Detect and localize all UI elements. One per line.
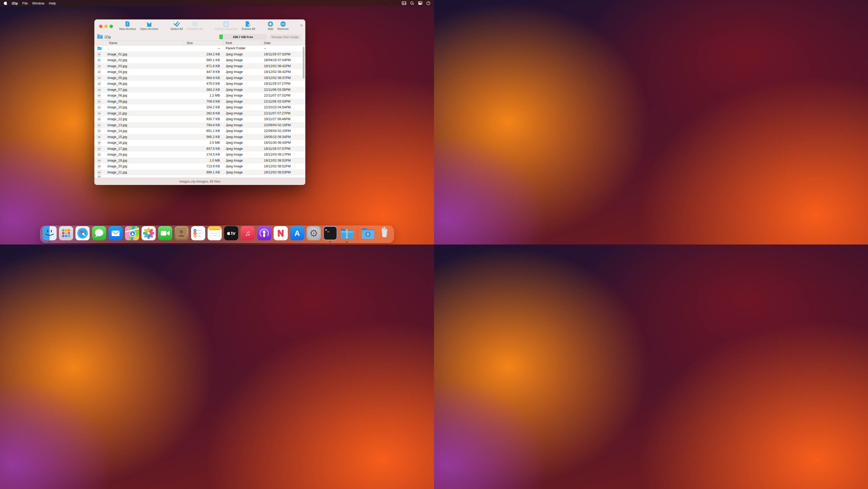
cell-date: 22/11/07 07:27PM [261, 112, 305, 115]
cell-date: 19/12/02 08:37PM [261, 76, 305, 80]
jpeg-file-icon [97, 76, 102, 80]
column-header-size[interactable]: Size [184, 41, 223, 45]
dock-contacts-icon[interactable] [175, 226, 189, 240]
cell-size: 565.2 KB [184, 135, 223, 139]
dock-launchpad-icon[interactable] [59, 226, 73, 240]
file-name: .. [102, 47, 109, 50]
apple-menu-icon[interactable] [4, 1, 7, 5]
clock-icon[interactable] [426, 1, 430, 5]
table-row[interactable]: image_12.jpg 930.7 KB Jpeg Image 19/11/2… [94, 116, 305, 122]
vertical-scrollbar-thumb[interactable] [303, 47, 305, 79]
dock-music-icon[interactable]: ♫ [241, 226, 255, 240]
table-row[interactable]: image_16.jpg 2.5 MB Jpeg Image 15/01/30 … [94, 140, 305, 146]
jpeg-file-icon [97, 58, 102, 62]
dock-trash-icon[interactable] [377, 226, 392, 240]
dock-reminders-icon[interactable] [191, 226, 205, 240]
table-row[interactable]: image_07.jpg 383.2 KB Jpeg Image 22/11/0… [94, 87, 305, 93]
folder-icon [97, 46, 102, 51]
file-list: .. -- Parent Folder -- image_01.jpg 234.… [94, 46, 305, 178]
dock-app-store-icon[interactable]: A [290, 226, 304, 240]
dock-photos-icon[interactable] [142, 226, 156, 240]
cell-kind: Jpeg Image [223, 106, 261, 109]
dock-podcasts-icon[interactable] [257, 226, 271, 240]
dock-safari-icon[interactable] [75, 226, 90, 240]
column-header-date[interactable]: Date [261, 41, 305, 45]
column-header-kind[interactable]: Kind [223, 41, 261, 45]
dock-finder-icon[interactable] [42, 226, 57, 240]
dock-terminal-icon[interactable]: >_ [323, 226, 337, 240]
table-row[interactable]: image_13.jpg 794.8 KB Jpeg Image 22/09/0… [94, 122, 305, 128]
table-row[interactable]: image_15.jpg 565.2 KB Jpeg Image 19/05/1… [94, 134, 305, 140]
table-row[interactable]: image_09.jpg 709.0 KB Jpeg Image 22/11/0… [94, 98, 305, 105]
menu-help[interactable]: Help [49, 1, 56, 5]
disk-usage-bar: 238.7 GB Free [219, 34, 267, 39]
table-row[interactable]: image_03.jpg 671.6 KB Jpeg Image 19/12/0… [94, 63, 305, 69]
dock-system-settings-icon[interactable]: ⚙ [307, 226, 321, 240]
table-row[interactable]: image_20.jpg 713.9 KB Jpeg Image 19/12/0… [94, 164, 305, 170]
table-row[interactable]: image_10.jpg 204.2 KB Jpeg Image 22/10/2… [94, 105, 305, 110]
table-row[interactable]: .. -- Parent Folder -- [94, 46, 305, 51]
jpeg-file-icon [97, 152, 102, 157]
add-button[interactable]: Add [268, 21, 273, 30]
jpeg-file-icon [97, 146, 102, 151]
dock-mail-icon[interactable] [108, 226, 123, 240]
select-all-button[interactable]: Select All [170, 21, 183, 30]
menu-window[interactable]: Window [32, 1, 44, 5]
toolbar-overflow-chevron[interactable]: » [300, 23, 303, 28]
cell-kind: Jpeg Image [223, 94, 261, 97]
dock-messages-icon[interactable] [92, 226, 106, 240]
add-label: Add [268, 27, 273, 30]
table-row[interactable]: image_02.jpg 580.1 KB Jpeg Image 18/04/1… [94, 57, 305, 63]
table-row[interactable]: image_19.jpg 1.0 MB Jpeg Image 19/12/02 … [94, 158, 305, 164]
table-row[interactable]: image_14.jpg 651.1 KB Jpeg Image 22/09/0… [94, 128, 305, 134]
select-all-label: Select All [170, 27, 183, 30]
jpeg-file-icon [97, 64, 102, 68]
table-row[interactable]: image_21.jpg 699.1 KB Jpeg Image 19/12/0… [94, 170, 305, 175]
dock-maps-icon[interactable] [125, 226, 139, 240]
minus-circle-icon [280, 21, 286, 27]
dock-izip-icon[interactable] [340, 226, 354, 240]
file-name: image_17.jpg [102, 147, 127, 151]
cell-date: -- [261, 47, 305, 50]
deselect-all-label: Deselect All [187, 27, 203, 30]
table-row[interactable]: image_11.jpg 262.6 KB Jpeg Image 22/11/0… [94, 110, 305, 116]
deselect-all-button[interactable]: Deselect All [187, 21, 203, 30]
cell-size: 651.1 KB [184, 129, 223, 133]
cell-kind: Jpeg Image [223, 88, 261, 91]
open-archive-button[interactable]: Open Archive [140, 21, 158, 30]
zoom-button[interactable] [110, 25, 113, 28]
table-row[interactable]: image_18.jpg 174.5 KB Jpeg Image 19/12/0… [94, 152, 305, 158]
extract-all-button[interactable]: Extract All [242, 21, 255, 30]
dock-apple-tv-icon[interactable]: tv [224, 226, 238, 240]
minimize-button[interactable] [104, 25, 108, 28]
extract-selected-button[interactable]: Extract Selected [215, 21, 237, 30]
zip-file-icon [125, 21, 130, 27]
menu-file[interactable]: File [22, 1, 28, 5]
dock-downloads-folder-icon[interactable] [361, 226, 375, 240]
column-header-name[interactable]: Name [94, 41, 184, 45]
dock-notes-icon[interactable] [208, 226, 222, 240]
cell-name: image_19.jpg [94, 158, 184, 163]
cell-date: 19/05/15 09:34PM [261, 135, 305, 139]
dock-news-icon[interactable] [274, 226, 288, 240]
command-window-icon[interactable]: ⌘ [402, 1, 406, 5]
table-row[interactable]: image_17.jpg 837.5 KB Jpeg Image 19/11/2… [94, 146, 305, 152]
dock-facetime-icon[interactable] [158, 226, 172, 240]
spotlight-search-icon[interactable] [410, 1, 414, 5]
table-row[interactable]: image_05.jpg 984.9 KB Jpeg Image 19/12/0… [94, 75, 305, 81]
new-archive-label: New Archive [119, 27, 136, 30]
new-archive-button[interactable]: New Archive [119, 21, 136, 30]
table-row[interactable]: image_08.jpg 1.2 MB Jpeg Image 22/11/07 … [94, 93, 305, 98]
menubar-app-name[interactable]: iZip [12, 1, 18, 5]
table-row[interactable]: image_01.jpg 234.2 KB Jpeg Image 19/11/2… [94, 51, 305, 57]
table-row[interactable]: image_04.jpg 447.9 KB Jpeg Image 19/12/0… [94, 69, 305, 75]
double-check-icon [174, 21, 180, 27]
remove-button[interactable]: Remove [278, 21, 289, 30]
table-row[interactable]: image_06.jpg 475.0 KB Jpeg Image 19/11/2… [94, 81, 305, 87]
cell-kind: Jpeg Image [223, 64, 261, 68]
cell-size: 709.0 KB [184, 100, 223, 103]
manage-disk-usage-button[interactable]: Manage Disk Usage [269, 34, 301, 39]
cell-kind: Jpeg Image [223, 159, 261, 163]
close-button[interactable] [99, 25, 102, 28]
control-center-icon[interactable] [418, 1, 423, 5]
